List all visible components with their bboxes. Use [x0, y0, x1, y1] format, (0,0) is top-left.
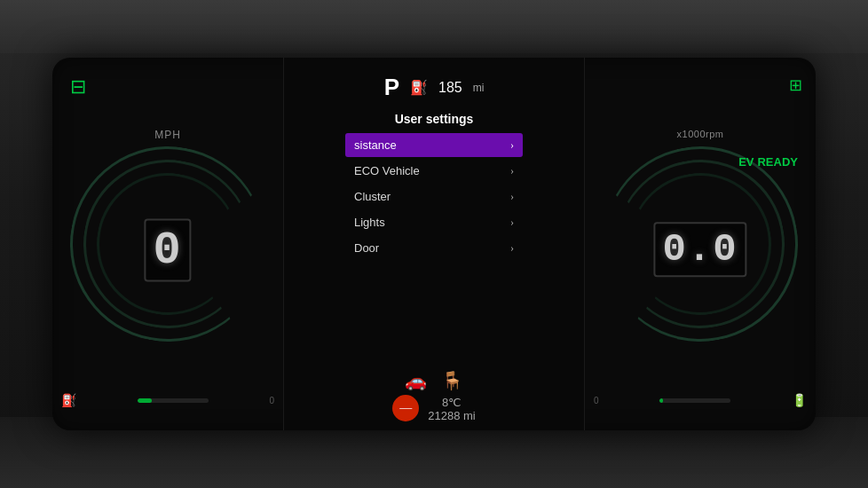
gear-indicator: P — [384, 74, 399, 101]
fuel-range: 185 — [438, 80, 462, 96]
user-settings-menu: User settings sistance › ECO Vehicle › C… — [345, 112, 523, 262]
climate-icon: ⊞ — [789, 76, 802, 94]
fuel-range-unit: mi — [473, 82, 485, 94]
menu-arrow-cluster: › — [510, 190, 514, 203]
rpm-value: 0.0 — [653, 222, 746, 277]
menu-arrow-lights: › — [510, 216, 514, 229]
menu-arrow-eco: › — [510, 164, 514, 177]
dashboard-screen: ⊟ MPH 0 ⛽ 0 P ⛽ 185 mi User settings — [52, 58, 816, 430]
speed-label: MPH — [154, 129, 181, 141]
ready-label: READY — [757, 155, 798, 169]
right-indicator-icons: ⊞ — [789, 75, 802, 95]
speed-gauge: ⊟ MPH 0 ⛽ 0 — [52, 58, 283, 430]
rpm-gauge: ⊞ EV READY x1000rpm 0.0 0 🔋 — [585, 58, 816, 430]
menu-item-label-door: Door — [354, 241, 379, 255]
warning-circle: — — [392, 395, 419, 421]
mileage-display: 21288 mi — [428, 409, 475, 422]
temperature-display: 8℃ — [442, 396, 462, 409]
dashboard-outer: ⊟ MPH 0 ⛽ 0 P ⛽ 185 mi User settings — [0, 0, 868, 488]
fuel-bar-fill — [138, 398, 152, 403]
warning-symbol: — — [399, 401, 412, 415]
left-indicator-icons: ⊟ — [70, 75, 86, 98]
right-bar-value: 0 — [594, 396, 599, 405]
menu-item-label-lights: Lights — [354, 216, 385, 229]
speed-value: 0 — [144, 219, 191, 282]
battery-bar-fill — [659, 398, 663, 403]
fuel-pump-icon: ⛽ — [410, 79, 428, 96]
ev-label: EV — [738, 155, 754, 169]
menu-item-door[interactable]: Door › — [345, 236, 523, 260]
warning-icons-row: 🚗 🪑 — [405, 370, 463, 391]
menu-item-lights[interactable]: Lights › — [345, 210, 523, 234]
menu-item-cluster[interactable]: Cluster › — [345, 185, 523, 209]
menu-title: User settings — [345, 112, 523, 126]
battery-icon-right: 🔋 — [792, 393, 807, 408]
seatbelt-icon: 🪑 — [441, 370, 463, 391]
top-bezel — [0, 0, 868, 53]
battery-bar-track — [659, 398, 730, 403]
menu-arrow-door: › — [510, 241, 514, 255]
status-bar: P ⛽ 185 mi — [284, 58, 584, 108]
menu-item-eco[interactable]: ECO Vehicle › — [345, 159, 523, 183]
bottom-status: 🚗 🪑 — 8℃ 21288 mi — [284, 370, 584, 430]
rpm-bar-container: 0 🔋 — [594, 393, 807, 408]
speed-bar-container: ⛽ 0 — [61, 393, 274, 408]
left-bar-value: 0 — [269, 396, 274, 405]
car-warning-icon: 🚗 — [405, 370, 427, 391]
menu-arrow-assistance: › — [510, 138, 514, 152]
menu-item-label-cluster: Cluster — [354, 190, 391, 203]
center-panel: P ⛽ 185 mi User settings sistance › ECO … — [283, 58, 585, 430]
fuel-icon-left: ⛽ — [61, 393, 76, 408]
bottom-info-row: — 8℃ 21288 mi — [392, 395, 475, 423]
menu-item-label-eco: ECO Vehicle — [354, 164, 420, 177]
menu-item-assistance[interactable]: sistance › — [345, 133, 523, 157]
menu-item-label-assistance: sistance — [354, 138, 397, 152]
rpm-label: x1000rpm — [677, 129, 724, 139]
headlight-icon: ⊟ — [70, 75, 86, 98]
fuel-bar-track — [138, 398, 209, 403]
ev-ready-status: EV READY — [738, 155, 798, 169]
